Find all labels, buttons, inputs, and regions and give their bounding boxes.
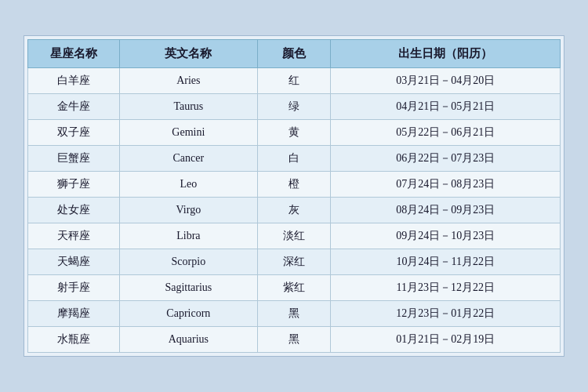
table-row: 摩羯座Capricorn黑12月23日－01月22日 bbox=[28, 301, 561, 327]
table-body: 白羊座Aries红03月21日－04月20日金牛座Taurus绿04月21日－0… bbox=[28, 68, 561, 353]
cell-zh: 金牛座 bbox=[28, 94, 120, 120]
table-row: 金牛座Taurus绿04月21日－05月21日 bbox=[28, 94, 561, 120]
cell-color: 紫红 bbox=[257, 275, 331, 301]
cell-color: 白 bbox=[257, 146, 331, 172]
cell-date: 09月24日－10月23日 bbox=[331, 223, 561, 249]
cell-zh: 摩羯座 bbox=[28, 301, 120, 327]
cell-color: 灰 bbox=[257, 198, 331, 223]
table-row: 处女座Virgo灰08月24日－09月23日 bbox=[28, 198, 561, 223]
table-row: 射手座Sagittarius紫红11月23日－12月22日 bbox=[28, 275, 561, 301]
cell-en: Sagittarius bbox=[120, 275, 258, 301]
header-zh: 星座名称 bbox=[28, 40, 120, 68]
cell-date: 10月24日－11月22日 bbox=[331, 249, 561, 275]
zodiac-table: 星座名称 英文名称 颜色 出生日期（阳历） 白羊座Aries红03月21日－04… bbox=[27, 39, 561, 353]
header-date: 出生日期（阳历） bbox=[331, 40, 561, 68]
cell-date: 01月21日－02月19日 bbox=[331, 327, 561, 353]
cell-en: Aquarius bbox=[120, 327, 258, 353]
table-row: 水瓶座Aquarius黑01月21日－02月19日 bbox=[28, 327, 561, 353]
cell-zh: 巨蟹座 bbox=[28, 146, 120, 172]
cell-zh: 天蝎座 bbox=[28, 249, 120, 275]
table-row: 天秤座Libra淡红09月24日－10月23日 bbox=[28, 223, 561, 249]
cell-zh: 处女座 bbox=[28, 198, 120, 223]
table-row: 狮子座Leo橙07月24日－08月23日 bbox=[28, 172, 561, 198]
cell-zh: 白羊座 bbox=[28, 68, 120, 94]
zodiac-table-container: 星座名称 英文名称 颜色 出生日期（阳历） 白羊座Aries红03月21日－04… bbox=[24, 35, 564, 357]
cell-en: Virgo bbox=[120, 198, 258, 223]
cell-en: Taurus bbox=[120, 94, 258, 120]
cell-date: 11月23日－12月22日 bbox=[331, 275, 561, 301]
table-header-row: 星座名称 英文名称 颜色 出生日期（阳历） bbox=[28, 40, 561, 68]
table-row: 双子座Gemini黄05月22日－06月21日 bbox=[28, 120, 561, 146]
cell-en: Leo bbox=[120, 172, 258, 198]
cell-color: 淡红 bbox=[257, 223, 331, 249]
table-row: 天蝎座Scorpio深红10月24日－11月22日 bbox=[28, 249, 561, 275]
header-en: 英文名称 bbox=[120, 40, 258, 68]
cell-en: Cancer bbox=[120, 146, 258, 172]
table-row: 白羊座Aries红03月21日－04月20日 bbox=[28, 68, 561, 94]
cell-en: Scorpio bbox=[120, 249, 258, 275]
cell-zh: 射手座 bbox=[28, 275, 120, 301]
cell-color: 黑 bbox=[257, 327, 331, 353]
cell-zh: 双子座 bbox=[28, 120, 120, 146]
cell-zh: 狮子座 bbox=[28, 172, 120, 198]
cell-date: 06月22日－07月23日 bbox=[331, 146, 561, 172]
cell-date: 12月23日－01月22日 bbox=[331, 301, 561, 327]
cell-color: 黑 bbox=[257, 301, 331, 327]
cell-en: Aries bbox=[120, 68, 258, 94]
cell-date: 04月21日－05月21日 bbox=[331, 94, 561, 120]
cell-color: 深红 bbox=[257, 249, 331, 275]
cell-color: 黄 bbox=[257, 120, 331, 146]
cell-color: 橙 bbox=[257, 172, 331, 198]
cell-en: Capricorn bbox=[120, 301, 258, 327]
table-row: 巨蟹座Cancer白06月22日－07月23日 bbox=[28, 146, 561, 172]
cell-color: 红 bbox=[257, 68, 331, 94]
cell-date: 03月21日－04月20日 bbox=[331, 68, 561, 94]
cell-color: 绿 bbox=[257, 94, 331, 120]
cell-date: 05月22日－06月21日 bbox=[331, 120, 561, 146]
cell-date: 07月24日－08月23日 bbox=[331, 172, 561, 198]
cell-zh: 天秤座 bbox=[28, 223, 120, 249]
cell-en: Gemini bbox=[120, 120, 258, 146]
cell-date: 08月24日－09月23日 bbox=[331, 198, 561, 223]
cell-zh: 水瓶座 bbox=[28, 327, 120, 353]
header-color: 颜色 bbox=[257, 40, 331, 68]
cell-en: Libra bbox=[120, 223, 258, 249]
